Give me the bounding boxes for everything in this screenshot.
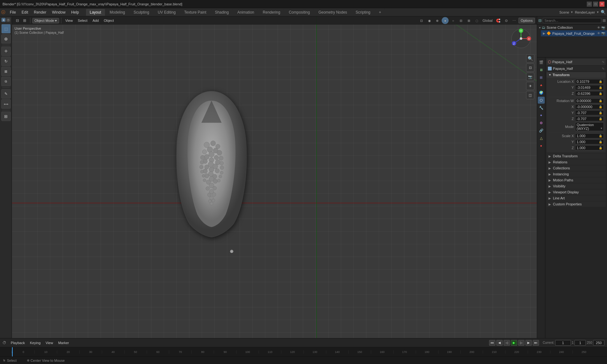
timeline-view-menu[interactable]: View (44, 341, 55, 345)
location-z-value[interactable]: -0.62396 🔒 (575, 91, 604, 96)
location-x-value[interactable]: 0.10279 🔒 (575, 79, 604, 84)
viewport-snap-icon[interactable]: 🧲 (495, 17, 502, 24)
visibility-section[interactable]: Visibility (547, 183, 606, 189)
add-tool-button[interactable]: ⊞ (1, 112, 11, 121)
camera-button[interactable]: 📷 (526, 73, 534, 81)
prop-tab-data[interactable]: △ (538, 135, 545, 142)
select-tool-button[interactable]: ⬚ (1, 24, 11, 33)
jump-start-button[interactable]: ⏮ (489, 340, 495, 346)
rotation-y-value[interactable]: -0.707 🔒 (575, 110, 604, 115)
viewport-select-menu[interactable]: Select (76, 18, 89, 23)
prop-tab-view-layer[interactable]: ⊞ (538, 74, 545, 81)
measure-tool-button[interactable]: ⟺ (1, 99, 11, 109)
rotation-mode-select[interactable]: Quaternion (WXYZ) ▾ (575, 122, 604, 131)
viewport-object-menu[interactable]: Object (102, 18, 116, 23)
viewport-add-menu[interactable]: Add (91, 18, 101, 23)
rotation-x-lock[interactable]: 🔒 (599, 105, 602, 108)
viewport-header-icon-1[interactable]: ⊟ (14, 17, 21, 24)
scale-tool-button[interactable]: ⊠ (1, 67, 11, 76)
zoom-in-button[interactable]: 🔍 (526, 54, 534, 63)
delta-transform-section[interactable]: Delta Transform (547, 153, 606, 159)
motion-paths-section[interactable]: Motion Paths (547, 177, 606, 183)
tab-layout[interactable]: Layout (86, 9, 105, 16)
relations-section[interactable]: Relations (547, 159, 606, 165)
tab-scripting[interactable]: Scripting (352, 9, 374, 16)
annotate-tool-button[interactable]: ✎ (1, 89, 11, 99)
prop-tab-modifier[interactable]: 🔧 (538, 104, 545, 111)
viewport-header-icon-2[interactable]: ⊞ (21, 17, 28, 24)
viewport-shading-render[interactable]: ○ (450, 17, 457, 24)
prop-tab-output[interactable]: 🖥 (538, 66, 545, 73)
viewport-icon-5[interactable]: ⊟ (457, 17, 464, 24)
scale-y-value[interactable]: 1.000 🔒 (575, 139, 604, 144)
navigation-gizmo[interactable]: X Y Z (508, 26, 534, 51)
start-frame-input[interactable] (574, 340, 586, 346)
outliner-filter-icon[interactable]: ⊞ (603, 18, 606, 23)
prop-tab-render[interactable]: 🎬 (538, 59, 545, 66)
prop-tab-object[interactable]: ⬡ (538, 97, 545, 104)
scale-y-lock[interactable]: 🔒 (599, 140, 602, 143)
maximize-button[interactable]: □ (593, 2, 598, 7)
move-tool-button[interactable]: ✛ (1, 46, 11, 56)
rotate-tool-button[interactable]: ↻ (1, 57, 11, 66)
scale-z-lock[interactable]: 🔒 (599, 146, 602, 149)
viewport-view-menu[interactable]: View (63, 18, 75, 23)
next-keyframe-button[interactable]: ▷ (518, 340, 524, 346)
viewport-gizmo-icon[interactable]: ◌ (473, 17, 480, 24)
menu-edit[interactable]: Edit (19, 9, 31, 15)
current-frame-input[interactable] (555, 340, 571, 346)
menu-help[interactable]: Help (69, 9, 82, 15)
tab-animation[interactable]: Animation (234, 9, 258, 16)
prop-tab-constraints[interactable]: 🔗 (538, 127, 545, 134)
rotation-x-value[interactable]: -0.000000 🔒 (575, 104, 604, 109)
tab-uv-editing[interactable]: UV Editing (154, 9, 180, 16)
tab-geometry-nodes[interactable]: Geometry Nodes (315, 9, 351, 16)
viewport-icon-1[interactable]: ⊡ (418, 17, 425, 24)
marker-menu[interactable]: Marker (56, 341, 71, 345)
location-y-value[interactable]: -3.01469 🔒 (575, 85, 604, 90)
viewport[interactable]: ⊟ ⊞ Object Mode View Select Add Object ⊡… (12, 16, 537, 338)
rotation-w-lock[interactable]: 🔒 (599, 99, 602, 102)
rotation-z-lock[interactable]: 🔒 (599, 117, 602, 120)
viewport-icon-6[interactable]: ⊞ (465, 17, 472, 24)
active-tool-icon[interactable]: ◈ (1, 18, 6, 22)
prop-tab-physics[interactable]: ⚙ (538, 119, 545, 126)
papaya-eye-icon[interactable]: 👁 (597, 32, 600, 35)
close-button[interactable]: ✕ (599, 2, 604, 7)
tab-compositing[interactable]: Compositing (285, 9, 314, 16)
tab-add[interactable]: + (375, 9, 385, 16)
viewport-icon-more[interactable]: ⋯ (511, 17, 518, 24)
prop-tab-world[interactable]: 🌍 (538, 89, 545, 96)
options-button[interactable]: Options (518, 18, 535, 23)
prop-tab-particles[interactable]: ✦ (538, 112, 545, 119)
viewport-proportional-icon[interactable]: ⊙ (503, 17, 510, 24)
zoom-extent-button[interactable]: ⊡ (526, 64, 534, 72)
menu-render[interactable]: Render (31, 9, 49, 15)
viewport-icon-3[interactable]: ⊕ (434, 17, 441, 24)
prev-keyframe-button[interactable]: ◁ (504, 340, 510, 346)
render-icon[interactable]: 📷 (601, 26, 605, 29)
prop-tab-scene[interactable]: 🔺 (538, 82, 545, 88)
scale-x-lock[interactable]: 🔒 (599, 134, 602, 137)
tab-sculpting[interactable]: Sculpting (130, 9, 153, 16)
menu-file[interactable]: File (7, 9, 18, 15)
location-z-lock[interactable]: 🔒 (599, 92, 602, 95)
prev-frame-button[interactable]: ◀ (496, 340, 503, 346)
viewport-display-button[interactable]: ◫ (526, 91, 534, 99)
transform-header[interactable]: Transform (547, 72, 606, 78)
object-mode-select[interactable]: Object Mode (32, 18, 59, 23)
end-frame-input[interactable] (593, 340, 604, 346)
prop-tab-material[interactable]: ● (538, 142, 545, 149)
jump-end-button[interactable]: ⏭ (533, 340, 539, 346)
scene-collection-item[interactable]: ▾ 🗂 Scene Collection 👁 📷 (537, 25, 607, 30)
tab-shading[interactable]: Shading (211, 9, 233, 16)
play-button[interactable]: ▶ (511, 340, 517, 346)
tab-rendering[interactable]: Rendering (259, 9, 284, 16)
outliner-search[interactable] (543, 18, 601, 23)
scale-x-value[interactable]: 1.000 🔒 (575, 133, 604, 138)
rotation-y-lock[interactable]: 🔒 (599, 111, 602, 114)
keying-menu[interactable]: Keying (28, 341, 43, 345)
instancing-section[interactable]: Instancing (547, 171, 606, 177)
rotation-z-value[interactable]: -0.707 🔒 (575, 116, 604, 121)
menu-window[interactable]: Window (49, 9, 68, 15)
